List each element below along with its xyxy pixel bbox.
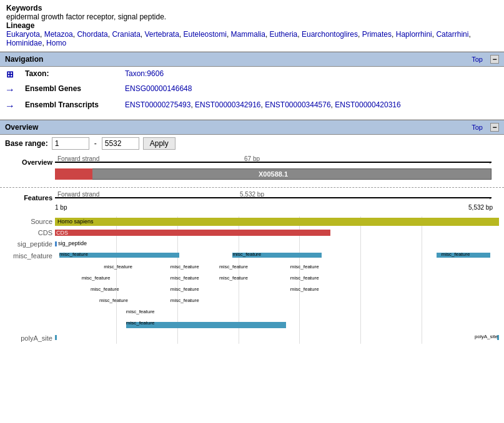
overview-axis-line bbox=[55, 162, 492, 163]
overview-title: Overview bbox=[5, 123, 38, 132]
lineage-euteleostomi[interactable]: Euteleostomi bbox=[184, 30, 227, 39]
misc-feature-row-3: misc_feature misc_feature misc_feature m… bbox=[5, 274, 499, 284]
lineage-label: Lineage bbox=[6, 21, 34, 30]
taxon-value-cell: Taxon:9606 bbox=[120, 67, 504, 82]
arrow-right-icon: → bbox=[5, 84, 15, 95]
apply-button[interactable]: Apply bbox=[143, 137, 175, 150]
ensembl-transcripts-icon-cell: → bbox=[0, 98, 20, 114]
cds-label: CDS bbox=[5, 229, 55, 236]
misc-label-1c: misc_feature bbox=[442, 251, 470, 257]
features-bp-mid-label: 5,532 bp bbox=[240, 191, 264, 198]
fwd-strand-label-2: Forward strand bbox=[57, 191, 99, 198]
ensembl-transcript-2[interactable]: ENST00000342916 bbox=[195, 100, 260, 109]
sequence-bar: X00588.1 bbox=[55, 168, 492, 180]
taxon-label-cell: Taxon: bbox=[20, 67, 120, 82]
base-range-label: Base range: bbox=[5, 139, 48, 148]
lineage-chordata[interactable]: Chordata bbox=[77, 30, 107, 39]
taxon-label: Taxon: bbox=[25, 69, 49, 78]
keywords-value: epidermal growth factor receptor, signal… bbox=[6, 12, 166, 21]
misc-feature-row-7: misc_feature bbox=[5, 319, 499, 331]
overview-section: Overview Top − Base range: - Apply Overv… bbox=[0, 119, 504, 350]
navigation-title: Navigation bbox=[5, 55, 43, 64]
misc-label-7a: misc_feature bbox=[126, 320, 155, 326]
lineage-eutheria[interactable]: Eutheria bbox=[270, 30, 298, 39]
polya-bar-left bbox=[55, 335, 57, 340]
overview-header: Overview Top − bbox=[0, 120, 504, 135]
sig-peptide-bar bbox=[55, 241, 57, 246]
misc-label-4b: misc_feature bbox=[170, 286, 199, 292]
navigation-collapse-btn[interactable]: − bbox=[490, 55, 499, 64]
lineage-hominidae[interactable]: Hominidae bbox=[6, 39, 42, 47]
overview-collapse-btn[interactable]: − bbox=[490, 123, 499, 132]
lineage-homo[interactable]: Homo bbox=[46, 39, 66, 47]
bp-ruler-end: 5,532 bp bbox=[468, 204, 493, 211]
sequence-bar-row: X00588.1 bbox=[5, 168, 499, 181]
lineage-craniata[interactable]: Craniata bbox=[112, 30, 140, 39]
ensembl-transcript-4[interactable]: ENST00000420316 bbox=[335, 100, 400, 109]
ensembl-genes-label-cell: Ensembl Genes bbox=[20, 82, 120, 98]
misc-feature-row-1: misc_feature misc_feature misc_feature m… bbox=[5, 250, 499, 261]
source-row: Source Homo sapiens bbox=[5, 216, 499, 226]
source-organism-label: Homo sapiens bbox=[57, 218, 94, 225]
features-section: Features Forward strand 5,532 bp → 1 bp … bbox=[0, 187, 504, 350]
misc-feature-content-4: misc_feature misc_feature misc_feature bbox=[55, 285, 499, 295]
misc-feature-content-7: misc_feature bbox=[55, 319, 499, 331]
lineage-euarchontoglires[interactable]: Euarchontoglires bbox=[302, 30, 358, 39]
lineage-vertebrata[interactable]: Vertebrata bbox=[144, 30, 179, 39]
misc-label-4c: misc_feature bbox=[290, 286, 319, 292]
lineage-mammalia[interactable]: Mammalia bbox=[231, 30, 265, 39]
ensembl-transcript-1[interactable]: ENST00000275493 bbox=[125, 100, 190, 109]
misc-label-4a: misc_feature bbox=[91, 286, 119, 292]
ensembl-transcripts-value-cell: ENST00000275493, ENST00000342916, ENST00… bbox=[120, 98, 504, 114]
bp-ruler-start: 1 bp bbox=[55, 204, 67, 211]
sequence-id-label: X00588.1 bbox=[259, 170, 288, 178]
lineage-metazoa[interactable]: Metazoa bbox=[44, 30, 73, 39]
polya-label: polyA_site bbox=[5, 334, 55, 342]
arrow-right-icon-2: → bbox=[5, 100, 15, 111]
overview-top-link[interactable]: Top bbox=[472, 124, 483, 131]
misc-label-2b: misc_feature bbox=[170, 264, 199, 270]
taxon-icon: ⊞ bbox=[6, 69, 14, 79]
misc-label-3d: misc_feature bbox=[290, 275, 319, 281]
navigation-header: Navigation Top − bbox=[0, 52, 504, 67]
misc-feature-row-6: misc_feature bbox=[5, 308, 499, 318]
cds-bar: CDS bbox=[55, 230, 330, 236]
features-axis-row: Features Forward strand 5,532 bp → bbox=[5, 190, 499, 204]
misc-feature-row-2: misc_feature misc_feature misc_feature m… bbox=[5, 263, 499, 273]
taxon-link[interactable]: Taxon:9606 bbox=[125, 69, 164, 78]
ensembl-transcript-3[interactable]: ENST00000344576 bbox=[265, 100, 330, 109]
sig-peptide-label: sig_peptide bbox=[5, 240, 55, 248]
taxon-row: ⊞ Taxon: Taxon:9606 bbox=[0, 67, 504, 82]
lineage-eukaryota[interactable]: Eukaryota bbox=[6, 30, 40, 39]
overview-diagram: Overview Forward strand 67 bp → X00588.1 bbox=[0, 152, 504, 187]
cds-content: CDS bbox=[55, 228, 499, 238]
lineage-items: Eukaryota, Metazoa, Chordata, Craniata, … bbox=[6, 30, 471, 47]
ensembl-genes-icon-cell: → bbox=[0, 82, 20, 98]
lineage-haplorrhini[interactable]: Haplorrhini bbox=[396, 30, 432, 39]
navigation-section: Navigation Top − ⊞ Taxon: Taxon:9606 → E… bbox=[0, 52, 504, 114]
fwd-strand-label-1: Forward strand bbox=[57, 155, 99, 162]
cds-bar-label: CDS bbox=[56, 230, 68, 236]
misc-feature-content-3: misc_feature misc_feature misc_feature m… bbox=[55, 274, 499, 284]
misc-label-5a: misc_feature bbox=[99, 298, 128, 303]
misc-label-3b: misc_feature bbox=[170, 275, 199, 281]
features-axis-line bbox=[55, 197, 492, 198]
ensembl-transcripts-label-cell: Ensembl Transcripts bbox=[20, 98, 120, 114]
misc-label-2a: misc_feature bbox=[104, 264, 132, 270]
misc-feature-row-4: misc_feature misc_feature misc_feature bbox=[5, 285, 499, 295]
misc-feature-content-2: misc_feature misc_feature misc_feature m… bbox=[55, 263, 499, 273]
navigation-top-link[interactable]: Top bbox=[472, 56, 483, 63]
lineage-primates[interactable]: Primates bbox=[362, 30, 392, 39]
base-range-end-input[interactable] bbox=[102, 137, 139, 150]
keywords-section: Keywords epidermal growth factor recepto… bbox=[0, 0, 504, 52]
sig-peptide-row: sig_peptide sig_peptide bbox=[5, 239, 499, 249]
ensembl-transcripts-label: Ensembl Transcripts bbox=[25, 100, 99, 109]
overview-red-indicator bbox=[55, 168, 92, 180]
polya-row: polyA_site polyA_site bbox=[5, 333, 499, 344]
lineage-catarrhini[interactable]: Catarrhini bbox=[436, 30, 468, 39]
ensembl-transcripts-row: → Ensembl Transcripts ENST00000275493, E… bbox=[0, 98, 504, 114]
ensembl-genes-link[interactable]: ENSG00000146648 bbox=[125, 84, 192, 93]
base-range-start-input[interactable] bbox=[52, 137, 89, 150]
arrow-right-2: → bbox=[484, 193, 493, 203]
misc-label-2d: misc_feature bbox=[290, 264, 319, 270]
